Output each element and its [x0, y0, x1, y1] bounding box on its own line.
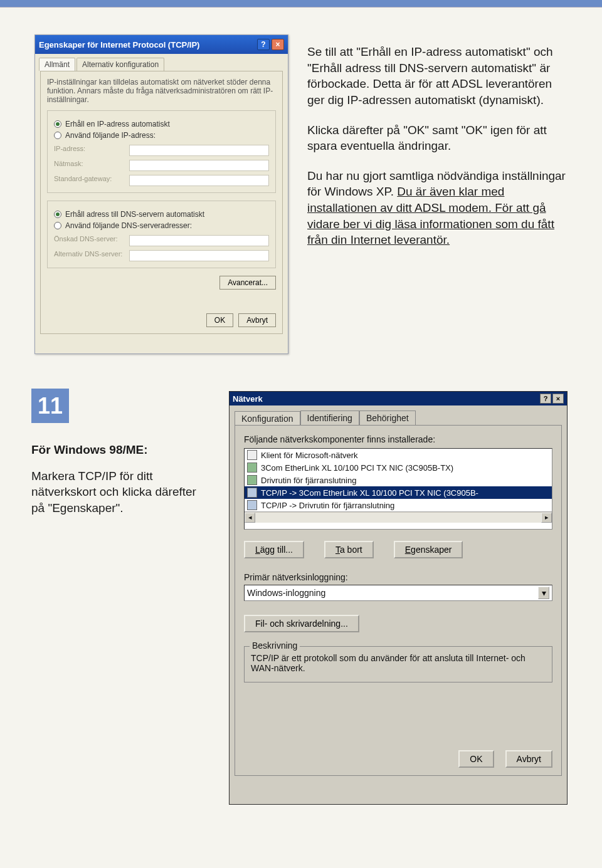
advanced-button[interactable]: Avancerat... [219, 276, 276, 290]
radio-dns-manual-label: Använd följande DNS-serveradresser: [65, 221, 192, 230]
xp-description: IP-inställningar kan tilldelas automatis… [47, 78, 276, 104]
properties-button-rest: genskaper [411, 545, 452, 555]
radio-ip-auto-row[interactable]: Erhåll en IP-adress automatiskt [54, 120, 269, 128]
close-icon[interactable]: × [272, 39, 284, 50]
list-item-label: TCP/IP -> Drivrutin för fjärranslutning [261, 501, 394, 510]
xp-tcpip-dialog: Egenskaper för Internet Protocol (TCP/IP… [34, 34, 288, 354]
ip-formgrid: IP-adress: Nätmask: Standard-gateway: [54, 145, 269, 186]
xp-title: Egenskaper för Internet Protocol (TCP/IP… [39, 40, 255, 50]
ok-button[interactable]: OK [206, 313, 233, 327]
client-icon [247, 450, 257, 460]
radio-icon[interactable] [54, 211, 61, 218]
input-dns2[interactable] [129, 250, 269, 261]
list-item[interactable]: Drivrutin för fjärranslutning [245, 474, 552, 486]
input-mask[interactable] [129, 160, 269, 171]
radio-ip-manual-row[interactable]: Använd följande IP-adress: [54, 131, 269, 140]
label-primary-logon: Primär nätverksinloggning: [244, 572, 552, 582]
list-item-selected[interactable]: TCP/IP -> 3Com EtherLink XL 10/100 PCI T… [245, 486, 552, 499]
xp-bottom-buttons: OK Avbryt [206, 313, 276, 327]
help-icon[interactable]: ? [257, 39, 270, 50]
cancel-button[interactable]: Avbryt [505, 750, 552, 768]
input-gateway[interactable] [129, 175, 269, 186]
radio-icon[interactable] [54, 120, 61, 128]
scroll-right-icon[interactable]: ▸ [541, 513, 552, 523]
tab-identification[interactable]: Identifiering [300, 410, 359, 425]
w98-panel: Följande nätverkskomponenter finns insta… [235, 425, 562, 776]
w98-bottom-buttons: OK Avbryt [458, 750, 552, 768]
instruction-text-bottom: För Windows 98/ME: Markera TCP/IP för di… [31, 442, 207, 516]
list-item[interactable]: Klient för Microsoft-nätverk [245, 449, 552, 461]
advanced-row: Avancerat... [47, 276, 276, 290]
nic-icon [247, 463, 257, 473]
remove-button-rest: a bort [340, 545, 362, 555]
xp-tabs: Allmänt Alternativ konfiguration [35, 54, 288, 71]
w98-titlebar: Nätverk ? × [230, 392, 567, 405]
radio-ip-manual-label: Använd följande IP-adress: [65, 131, 156, 140]
protocol-icon [247, 500, 257, 510]
component-listbox[interactable]: Klient för Microsoft-nätverk 3Com EtherL… [244, 448, 552, 530]
primary-logon-select[interactable]: Windows-inloggning ▾ [244, 585, 552, 601]
tab-general[interactable]: Allmänt [39, 58, 75, 71]
add-button-rest: ägg till... [260, 545, 293, 555]
w98-tabs: Konfiguration Identifiering Behörighet [230, 405, 567, 425]
page-top-border [0, 0, 602, 8]
heading-win98: För Windows 98/ME: [31, 442, 207, 458]
lbl-dns1: Önskad DNS-server: [54, 235, 123, 246]
lbl-ip: IP-adress: [54, 145, 123, 156]
input-ip[interactable] [129, 145, 269, 156]
help-icon[interactable]: ? [540, 394, 551, 404]
list-item-label: TCP/IP -> 3Com EtherLink XL 10/100 PCI T… [261, 488, 478, 498]
chevron-down-icon[interactable]: ▾ [538, 587, 549, 599]
tab-security[interactable]: Behörighet [359, 410, 416, 425]
description-text: TCP/IP är ett protokoll som du använder … [251, 653, 546, 673]
scroll-track[interactable] [255, 513, 541, 523]
lbl-mask: Nätmask: [54, 160, 123, 171]
body-win98: Markera TCP/IP för ditt nätverkskort och… [31, 469, 196, 515]
lbl-dns2: Alternativ DNS-server: [54, 250, 123, 261]
primary-logon-value: Windows-inloggning [247, 588, 325, 598]
file-print-sharing-button[interactable]: Fil- och skrivardelning... [244, 615, 359, 632]
radio-icon[interactable] [54, 132, 61, 139]
input-dns1[interactable] [129, 235, 269, 246]
list-item-label: Drivrutin för fjärranslutning [261, 476, 356, 485]
remove-button[interactable]: Ta bort [324, 541, 374, 558]
horizontal-scrollbar[interactable]: ◂ ▸ [245, 511, 552, 523]
xp-panel: IP-inställningar kan tilldelas automatis… [40, 71, 283, 334]
description-group: Beskrivning TCP/IP är ett protokoll som … [244, 646, 552, 682]
label-components: Följande nätverkskomponenter finns insta… [244, 434, 552, 444]
radio-dns-auto-label: Erhåll adress till DNS-servern automatis… [65, 210, 204, 219]
dns-formgrid: Önskad DNS-server: Alternativ DNS-server… [54, 235, 269, 261]
list-item[interactable]: 3Com EtherLink XL 10/100 PCI TX NIC (3C9… [245, 461, 552, 474]
para-1: Se till att "Erhåll en IP-adress automat… [307, 44, 571, 108]
radio-dns-manual-row[interactable]: Använd följande DNS-serveradresser: [54, 221, 269, 230]
para-3: Du har nu gjort samtliga nödvändiga inst… [307, 168, 571, 248]
cancel-button[interactable]: Avbryt [238, 313, 276, 327]
step-number: 11 [31, 389, 69, 423]
radio-ip-auto-label: Erhåll en IP-adress automatiskt [65, 120, 170, 128]
para-2: Klicka därefter på "OK" samt "OK" igen f… [307, 122, 571, 154]
tab-alternate[interactable]: Alternativ konfiguration [77, 58, 164, 71]
share-row: Fil- och skrivardelning... [244, 615, 552, 632]
list-item-label: 3Com EtherLink XL 10/100 PCI TX NIC (3C9… [261, 463, 453, 473]
w98-title-text: Nätverk [233, 394, 539, 404]
lbl-gw: Standard-gateway: [54, 175, 123, 186]
xp-titlebar: Egenskaper för Internet Protocol (TCP/IP… [35, 35, 288, 54]
ip-fieldset: Erhåll en IP-adress automatiskt Använd f… [47, 110, 276, 193]
scroll-left-icon[interactable]: ◂ [245, 513, 255, 523]
dns-fieldset: Erhåll adress till DNS-servern automatis… [47, 201, 276, 268]
ok-button[interactable]: OK [458, 750, 494, 768]
tab-configuration[interactable]: Konfiguration [235, 411, 300, 426]
instruction-text-top: Se till att "Erhåll en IP-adress automat… [307, 44, 571, 262]
properties-button[interactable]: Egenskaper [394, 541, 463, 558]
protocol-icon [247, 488, 257, 498]
nic-icon [247, 475, 257, 485]
list-item-label: Klient för Microsoft-nätverk [261, 451, 358, 460]
win98-network-dialog: Nätverk ? × Konfiguration Identifiering … [229, 391, 568, 805]
list-item[interactable]: TCP/IP -> Drivrutin för fjärranslutning [245, 499, 552, 511]
component-buttons: Lägg till... Ta bort Egenskaper [244, 541, 552, 558]
radio-icon[interactable] [54, 222, 61, 229]
description-legend: Beskrivning [250, 641, 300, 651]
radio-dns-auto-row[interactable]: Erhåll adress till DNS-servern automatis… [54, 210, 269, 219]
close-icon[interactable]: × [552, 394, 564, 404]
add-button[interactable]: Lägg till... [244, 541, 304, 558]
